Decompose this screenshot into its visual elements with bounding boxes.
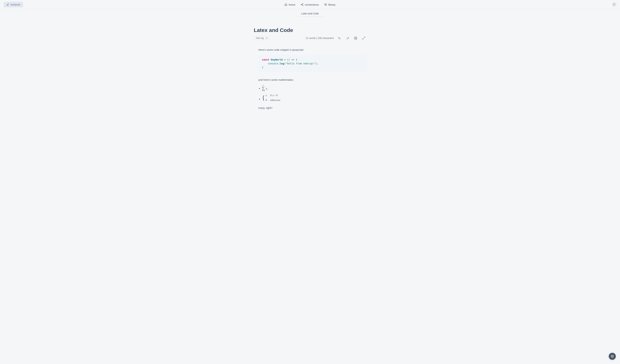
code-block: const heyWorld = () => { console.log("he…: [258, 55, 366, 72]
meta-row: New tag 21 words | 238 characters: [254, 36, 366, 41]
math-list: ∑ni=0 xi { x if x > 0 0 otherwise: [258, 85, 366, 102]
pencil-icon: [6, 3, 9, 6]
nav-center: home connections library: [284, 3, 336, 6]
case2-cond: otherwise: [270, 98, 280, 102]
avatar[interactable]: P: [612, 2, 617, 7]
library-icon: [324, 3, 327, 6]
tab-label: Latex and Code: [301, 12, 319, 15]
home-icon: [284, 3, 287, 6]
nav-connections-label: connections: [305, 3, 319, 6]
code-keyword: const: [262, 58, 269, 61]
math-sum-item: ∑ni=0 xi: [262, 85, 366, 91]
case2-val: 0: [265, 98, 267, 102]
brace-icon: {: [262, 93, 265, 102]
code-close-stmt: );: [315, 62, 318, 65]
svg-line-9: [363, 38, 363, 39]
case1-val: x: [265, 93, 267, 98]
save-button[interactable]: [353, 36, 358, 41]
avatar-initial: P: [614, 3, 615, 6]
code-func-name: heyWorld: [271, 58, 283, 61]
code-open-paren: (: [284, 62, 285, 65]
plus-icon: [265, 37, 268, 39]
editor-body[interactable]: Here's some code snippet in javascript c…: [254, 48, 366, 110]
sum-var: x: [266, 87, 267, 90]
fullscreen-button[interactable]: [361, 36, 366, 41]
code-arrow: = () => {: [283, 58, 297, 61]
outro-paragraph: crazy, right?: [258, 106, 366, 110]
nav-home-label: home: [289, 3, 295, 6]
tab-bar: Latex and Code: [0, 9, 620, 17]
math-sum-expr: ∑ni=0 xi: [262, 87, 267, 90]
nav-connections[interactable]: connections: [300, 3, 319, 6]
code-console: console: [268, 62, 278, 65]
math-cases-item: { x if x > 0 0 otherwise: [262, 93, 366, 102]
redo-button[interactable]: [345, 36, 350, 41]
nav-library-label: library: [328, 3, 336, 6]
svg-line-3: [302, 4, 302, 4]
compose-label: compose: [10, 3, 20, 6]
share-icon: [300, 3, 303, 6]
case1-cond: if x > 0: [270, 93, 280, 98]
new-tag-button[interactable]: New tag: [254, 36, 270, 40]
new-tag-label: New tag: [256, 37, 264, 39]
toolbar-right: 21 words | 238 characters: [306, 36, 366, 41]
page-title: Latex and Code: [254, 27, 366, 33]
nav-library[interactable]: library: [324, 3, 336, 6]
svg-line-4: [302, 5, 302, 5]
compose-button[interactable]: compose: [3, 2, 23, 7]
sum-upper: n: [263, 84, 264, 87]
cube-icon: [611, 355, 614, 358]
document-content: Latex and Code New tag 21 words | 238 ch…: [250, 27, 370, 110]
undo-button[interactable]: [337, 36, 342, 41]
sum-lower: i=0: [262, 89, 265, 92]
code-log: .log: [278, 62, 284, 65]
topbar: compose home connections library P: [0, 0, 620, 9]
code-string: "hello from nebriq!": [286, 62, 315, 65]
intro-paragraph: Here's some code snippet in javascript: [258, 48, 366, 52]
svg-line-8: [364, 37, 365, 38]
tab-active[interactable]: Latex and Code: [297, 11, 323, 17]
math-cases-expr: { x if x > 0 0 otherwise: [262, 93, 280, 102]
code-close-brace: }: [262, 66, 263, 69]
sum-sub: i: [267, 88, 267, 90]
nav-home[interactable]: home: [284, 3, 295, 6]
word-count: 21 words | 238 characters: [306, 37, 334, 40]
fab-button[interactable]: [609, 353, 616, 360]
math-intro-paragraph: and here's some mathematics: [258, 78, 366, 82]
